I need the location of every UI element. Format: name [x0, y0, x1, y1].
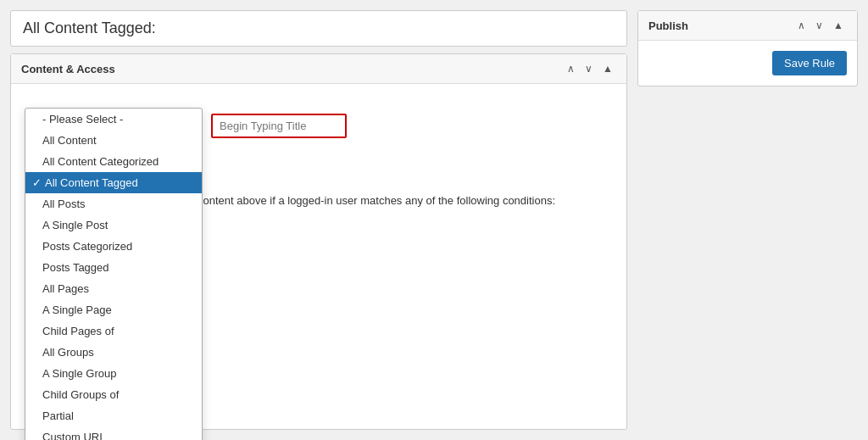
dropdown-item-posts-tagged[interactable]: Posts Tagged: [25, 257, 202, 278]
publish-title: Publish: [648, 19, 688, 32]
dropdown-item-all-pages[interactable]: All Pages: [25, 278, 202, 299]
condition-description: content above if a logged-in user matche…: [198, 194, 613, 207]
panel-title: Content & Access: [21, 63, 115, 75]
publish-down-button[interactable]: ∨: [812, 18, 826, 33]
dropdown-item-child-groups-of[interactable]: Child Groups of: [25, 384, 202, 405]
publish-panel: Publish ∧ ∨ ▲ Save Rule: [637, 10, 858, 86]
dropdown-item-all-content[interactable]: All Content: [25, 130, 202, 151]
save-rule-button[interactable]: Save Rule: [772, 51, 847, 75]
publish-header: Publish ∧ ∨ ▲: [638, 11, 857, 41]
dropdown-list: - Please Select -All ContentAll Content …: [25, 108, 203, 440]
dropdown-item-all-posts[interactable]: All Posts: [25, 193, 202, 214]
dropdown-item-a-single-group[interactable]: A Single Group: [25, 363, 202, 384]
content-access-panel: Content & Access ∧ ∨ ▲ - Please Select -…: [10, 53, 627, 430]
panel-body: - Please Select -All ContentAll Content …: [11, 84, 626, 372]
dropdown-item-a-single-page[interactable]: A Single Page: [25, 299, 202, 320]
panel-header: Content & Access ∧ ∨ ▲: [11, 54, 626, 84]
publish-collapse-button[interactable]: ▲: [830, 18, 847, 33]
publish-controls: ∧ ∨ ▲: [794, 18, 847, 33]
publish-body: Save Rule: [638, 41, 857, 86]
dropdown-item-posts-categorized[interactable]: Posts Categorized: [25, 236, 202, 257]
dropdown-item-all-content-tagged[interactable]: ✓All Content Tagged: [25, 172, 202, 193]
dropdown-item-partial[interactable]: Partial: [25, 405, 202, 426]
dropdown-item-custom-uri[interactable]: Custom URI: [25, 426, 202, 440]
panel-up-button[interactable]: ∧: [564, 61, 578, 76]
panel-controls: ∧ ∨ ▲: [564, 61, 616, 76]
dropdown-item-please-select[interactable]: - Please Select -: [25, 109, 202, 130]
page-title: All Content Tagged:: [10, 10, 627, 47]
dropdown-item-child-pages-of[interactable]: Child Pages of: [25, 320, 202, 342]
panel-collapse-button[interactable]: ▲: [599, 61, 616, 76]
tag-title-input[interactable]: [211, 114, 347, 138]
dropdown-item-all-content-categorized[interactable]: All Content Categorized: [25, 151, 202, 172]
panel-down-button[interactable]: ∨: [581, 61, 596, 76]
dropdown-item-a-single-post[interactable]: A Single Post: [25, 214, 202, 236]
tag-input-row: [211, 114, 613, 138]
dropdown-item-all-groups[interactable]: All Groups: [25, 342, 202, 363]
publish-up-button[interactable]: ∧: [794, 18, 809, 33]
